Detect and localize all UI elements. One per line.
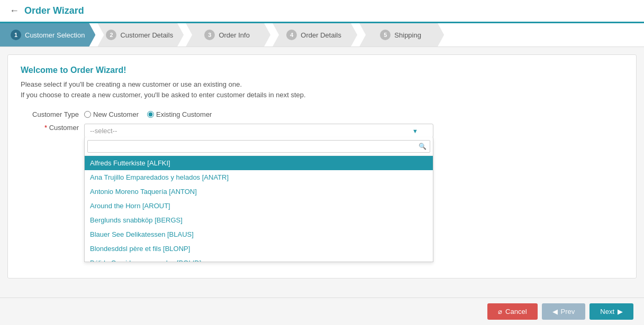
step-label-2: Customer Details — [120, 31, 173, 39]
step-1[interactable]: 1Customer Selection — [0, 23, 95, 47]
customer-select-display[interactable]: --select-- ▼ — [84, 124, 433, 138]
step-num-2: 2 — [106, 30, 116, 40]
step-3[interactable]: 3Order Info — [186, 23, 270, 47]
step-label-4: Order Details — [301, 31, 341, 39]
customer-link[interactable]: Around the Horn [AROUT] — [90, 202, 170, 210]
dropdown-item[interactable]: Antonio Moreno Taquería [ANTON] — [85, 184, 433, 199]
customer-link[interactable]: Blondesddsl père et fils [BLONP] — [90, 245, 190, 253]
welcome-line2: If you choose to create a new customer, … — [21, 91, 623, 99]
dropdown-item[interactable]: Around the Horn [AROUT] — [85, 199, 433, 213]
step-label-1: Customer Selection — [25, 31, 85, 39]
existing-customer-radio[interactable] — [147, 111, 154, 118]
customer-field-label: * Customer — [21, 124, 79, 132]
customer-select-wrapper: --select-- ▼ — [84, 124, 433, 138]
step-num-1: 1 — [11, 30, 21, 40]
step-num-4: 4 — [286, 30, 297, 40]
dropdown-arrow-icon: ▼ — [412, 128, 418, 134]
step-4[interactable]: 4Order Details — [273, 23, 357, 47]
search-input[interactable] — [87, 140, 430, 153]
dropdown-item[interactable]: Blauer See Delikatessen [BLAUS] — [85, 227, 433, 242]
customer-type-row: Customer Type New Customer Existing Cust… — [21, 110, 623, 118]
existing-customer-label: Existing Customer — [156, 110, 212, 118]
welcome-title: Welcome to Order Wizard! — [21, 66, 623, 75]
customer-link[interactable]: Bólido Comidas preparadas [BOLID] — [90, 259, 201, 262]
search-icon: 🔍 — [419, 143, 427, 150]
existing-customer-option[interactable]: Existing Customer — [147, 110, 212, 118]
customer-type-label: Customer Type — [21, 110, 79, 118]
step-5[interactable]: 5Shipping — [359, 23, 444, 47]
dropdown-item[interactable]: Ana Trujillo Emparedados y helados [ANAT… — [85, 170, 433, 184]
content-area: Welcome to Order Wizard! Please select i… — [7, 54, 637, 278]
new-customer-radio[interactable] — [84, 111, 91, 118]
new-customer-label: New Customer — [93, 110, 139, 118]
customer-link[interactable]: Blauer See Delikatessen [BLAUS] — [90, 230, 194, 238]
customer-link[interactable]: Antonio Moreno Taquería [ANTON] — [90, 188, 197, 196]
customer-select-container: --select-- ▼ 🔍 Alfreds Futterkiste [ALFK… — [84, 124, 433, 262]
customer-link[interactable]: Ana Trujillo Emparedados y helados [ANAT… — [90, 173, 229, 181]
top-bar: ← Order Wizard — [0, 0, 644, 23]
back-arrow-icon[interactable]: ← — [10, 5, 19, 16]
step-label-5: Shipping — [394, 31, 421, 39]
dropdown-item[interactable]: Bólido Comidas preparadas [BOLID] — [85, 256, 433, 262]
app-title: Order Wizard — [24, 5, 84, 16]
dropdown-item[interactable]: Alfreds Futterkiste [ALFKI] — [85, 156, 433, 170]
step-2[interactable]: 2Customer Details — [97, 23, 184, 47]
customer-row: * Customer --select-- ▼ 🔍 A — [21, 124, 623, 262]
wizard-steps: 1Customer Selection2Customer Details3Ord… — [0, 23, 644, 47]
dropdown-item[interactable]: Berglunds snabbköp [BERGS] — [85, 213, 433, 227]
search-box-wrapper: 🔍 — [85, 137, 433, 156]
customer-type-radio-group: New Customer Existing Customer — [84, 110, 212, 118]
step-label-3: Order Info — [219, 31, 250, 39]
form-section: Customer Type New Customer Existing Cust… — [21, 110, 623, 262]
welcome-line1: Please select if you'll be creating a ne… — [21, 80, 623, 88]
customer-dropdown: 🔍 Alfreds Futterkiste [ALFKI]Ana Trujill… — [84, 137, 433, 262]
step-num-5: 5 — [380, 30, 391, 40]
step-num-3: 3 — [204, 30, 215, 40]
dropdown-list[interactable]: Alfreds Futterkiste [ALFKI]Ana Trujillo … — [85, 156, 433, 262]
customer-link[interactable]: Berglunds snabbköp [BERGS] — [90, 216, 183, 224]
select-placeholder: --select-- — [90, 127, 117, 135]
dropdown-item[interactable]: Blondesddsl père et fils [BLONP] — [85, 242, 433, 256]
required-asterisk: * — [44, 124, 47, 132]
new-customer-option[interactable]: New Customer — [84, 110, 139, 118]
